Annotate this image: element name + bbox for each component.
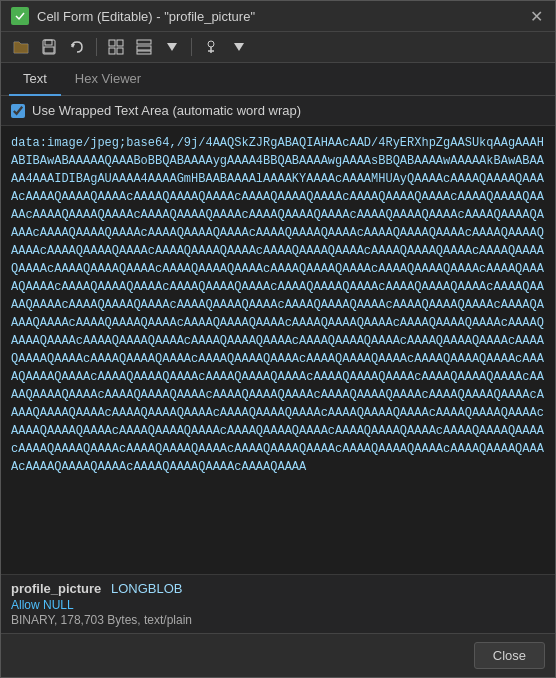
open-button[interactable] (9, 36, 33, 58)
toolbar-separator-2 (191, 38, 192, 56)
footer: Close (1, 633, 555, 677)
tab-hex-viewer[interactable]: Hex Viewer (61, 63, 155, 96)
main-window: Cell Form (Editable) - "profile_picture"… (0, 0, 556, 678)
window-close-button[interactable]: ✕ (527, 7, 545, 25)
text-area[interactable]: data:image/jpeg;base64,/9j/4AAQSkZJRgABA… (1, 126, 555, 574)
svg-rect-7 (109, 48, 115, 54)
wrap-text-checkbox[interactable] (11, 104, 25, 118)
svg-rect-5 (109, 40, 115, 46)
svg-rect-2 (45, 40, 52, 45)
grid-view-button[interactable] (104, 36, 128, 58)
field-type-label: LONGBLOB (111, 581, 183, 596)
app-icon (11, 7, 29, 25)
svg-rect-11 (137, 51, 151, 54)
svg-point-13 (208, 41, 214, 47)
svg-rect-0 (14, 10, 26, 22)
svg-marker-12 (167, 43, 177, 51)
table-view-button[interactable] (132, 36, 156, 58)
undo-button[interactable] (65, 36, 89, 58)
close-button[interactable]: Close (474, 642, 545, 669)
save-button[interactable] (37, 36, 61, 58)
field-info-line: profile_picture LONGBLOB (11, 581, 545, 596)
allow-null-line: Allow NULL (11, 598, 545, 612)
title-bar: Cell Form (Editable) - "profile_picture"… (1, 1, 555, 32)
text-area-wrapper: data:image/jpeg;base64,/9j/4AAQSkZJRgABA… (1, 126, 555, 574)
svg-rect-8 (117, 48, 123, 54)
caret-down-button[interactable] (160, 36, 184, 58)
window-title: Cell Form (Editable) - "profile_picture" (37, 9, 519, 24)
toolbar (1, 32, 555, 63)
svg-rect-3 (44, 47, 54, 53)
field-name-label: profile_picture (11, 581, 101, 596)
extra-caret-button[interactable] (227, 36, 251, 58)
wrap-text-label[interactable]: Use Wrapped Text Area (automatic word wr… (32, 103, 301, 118)
status-bar: profile_picture LONGBLOB Allow NULL BINA… (1, 574, 555, 633)
svg-rect-6 (117, 40, 123, 46)
wrap-text-row: Use Wrapped Text Area (automatic word wr… (1, 96, 555, 126)
toolbar-separator-1 (96, 38, 97, 56)
svg-rect-9 (137, 40, 151, 44)
svg-marker-14 (234, 43, 244, 51)
tab-text[interactable]: Text (9, 63, 61, 96)
paint-button[interactable] (199, 36, 223, 58)
svg-rect-10 (137, 46, 151, 50)
binary-info-line: BINARY, 178,703 Bytes, text/plain (11, 613, 545, 627)
tab-bar: Text Hex Viewer (1, 63, 555, 96)
